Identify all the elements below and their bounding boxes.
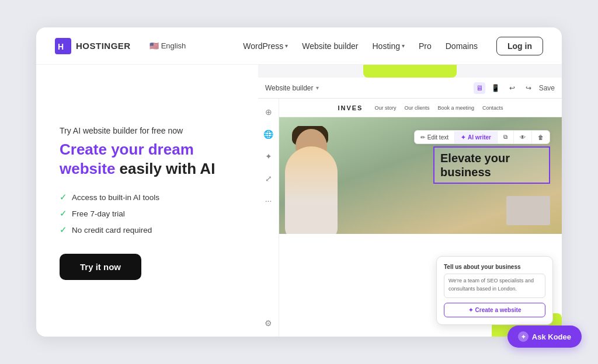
feature-3: ✓ No credit card required <box>60 225 235 235</box>
sidebar-dots-icon[interactable]: ··· <box>262 194 275 207</box>
selected-text-block[interactable]: Elevate your business <box>433 146 550 184</box>
check-icon-3: ✓ <box>60 225 67 235</box>
save-label[interactable]: Save <box>539 84 555 92</box>
flag-icon: 🇺🇸 <box>150 41 159 50</box>
logo-text: HOSTINGER <box>76 41 131 51</box>
builder-toolbar: Website builder ▾ 🖥 📱 ↩ ↪ Save <box>258 78 562 99</box>
sidebar-globe-icon[interactable]: 🌐 <box>262 128 275 141</box>
create-website-btn[interactable]: ✦ Create a website <box>444 303 545 317</box>
ai-writer-icon: ✦ <box>461 134 465 141</box>
tagline: Try AI website builder for free now <box>60 126 235 135</box>
person-body <box>285 146 338 234</box>
preview-hero: ✏ Edit text ✦ AI writer ⧉ 👁 🗑 Eleva <box>279 117 562 234</box>
body-area: Try AI website builder for free now Crea… <box>36 65 562 337</box>
check-icon-2: ✓ <box>60 208 67 219</box>
ai-writer-label: AI writer <box>468 134 491 141</box>
feature-2: ✓ Free 7-day trial <box>60 208 235 219</box>
builder-label-text: Website builder <box>265 84 314 92</box>
builder-toolbar-label: Website builder ▾ <box>265 84 319 92</box>
nav-hosting[interactable]: Hosting ▾ <box>372 41 404 51</box>
feature-1: ✓ Access to built-in AI tools <box>60 192 235 202</box>
language-label: English <box>161 41 186 50</box>
hostinger-logo-icon: H <box>55 38 71 54</box>
preview-nav-links: Our story Our clients Book a meeting Con… <box>374 105 503 111</box>
ai-dialog: Tell us about your business We're a team… <box>436 256 553 325</box>
create-website-label: Create a website <box>475 307 521 313</box>
login-button[interactable]: Log in <box>496 37 543 55</box>
edit-text-icon: ✏ <box>420 134 425 141</box>
feature-2-text: Free 7-day trial <box>72 209 125 218</box>
edit-text-btn[interactable]: ✏ Edit text <box>415 131 455 144</box>
hero-headline-text: Elevate your business <box>440 151 543 179</box>
logo-area: H HOSTINGER <box>55 38 131 54</box>
laptop <box>506 196 550 225</box>
builder-sidebar: ⊕ 🌐 ✦ ⤢ ··· ⚙ <box>258 99 279 337</box>
preview-link-4: Contacts <box>482 105 503 111</box>
hero-person <box>279 126 361 234</box>
try-it-now-button[interactable]: Try it now <box>60 254 141 280</box>
ai-dialog-title: Tell us about your business <box>444 264 545 270</box>
language-selector[interactable]: 🇺🇸 English <box>150 41 186 50</box>
nav-pro[interactable]: Pro <box>419 41 432 51</box>
check-icon-1: ✓ <box>60 192 67 202</box>
sidebar-ai-icon[interactable]: ✦ <box>262 150 275 163</box>
eye-btn[interactable]: 👁 <box>514 131 532 144</box>
kodee-icon: ✦ <box>518 331 529 342</box>
feature-1-text: Access to built-in AI tools <box>72 193 159 202</box>
sidebar-resize-icon[interactable]: ⤢ <box>262 172 275 185</box>
feature-3-text: No credit card required <box>72 226 152 235</box>
toolbar-icons: 🖥 📱 ↩ ↪ Save <box>474 82 555 94</box>
builder-dropdown-icon: ▾ <box>316 85 319 91</box>
headline-suffix: easily with AI <box>115 160 215 177</box>
nav-domains[interactable]: Domains <box>446 41 478 51</box>
redo-icon[interactable]: ↪ <box>523 82 534 94</box>
navbar: H HOSTINGER 🇺🇸 English WordPress ▾ Websi… <box>36 27 562 65</box>
preview-link-2: Our clients <box>404 105 429 111</box>
ai-dialog-textarea[interactable]: We're a team of SEO specialists and cons… <box>444 274 545 298</box>
nav-wordpress[interactable]: WordPress ▾ <box>243 41 288 51</box>
sidebar-bottom-icon[interactable]: ⚙ <box>262 317 275 330</box>
preview-link-1: Our story <box>374 105 396 111</box>
right-panel: Website builder ▾ 🖥 📱 ↩ ↪ Save ⊕ 🌐 ✦ ⤢ ·… <box>258 65 562 337</box>
tablet-icon[interactable]: 📱 <box>490 82 502 94</box>
hosting-chevron: ▾ <box>402 43 405 49</box>
ask-kodee-button[interactable]: ✦ Ask Kodee <box>507 326 582 348</box>
nav-links: WordPress ▾ Website builder Hosting ▾ Pr… <box>243 37 543 55</box>
desktop-icon[interactable]: 🖥 <box>474 82 485 94</box>
preview-nav: INVES Our story Our clients Book a meeti… <box>279 99 562 117</box>
preview-logo: INVES <box>338 104 363 111</box>
undo-icon[interactable]: ↩ <box>506 82 518 94</box>
sidebar-navigate-icon[interactable]: ⊕ <box>262 106 275 118</box>
edit-toolbar: ✏ Edit text ✦ AI writer ⧉ 👁 🗑 <box>414 130 550 144</box>
svg-text:H: H <box>58 42 64 51</box>
delete-btn[interactable]: 🗑 <box>532 131 550 144</box>
website-preview: INVES Our story Our clients Book a meeti… <box>279 99 562 337</box>
preview-link-3: Book a meeting <box>437 105 474 111</box>
create-website-icon: ✦ <box>468 307 473 313</box>
wordpress-chevron: ▾ <box>285 43 288 49</box>
headline: Create your dream website easily with AI <box>60 140 235 178</box>
lime-top-accent <box>363 65 457 78</box>
copy-btn[interactable]: ⧉ <box>498 131 514 144</box>
ai-writer-btn[interactable]: ✦ AI writer <box>455 131 498 144</box>
left-panel: Try AI website builder for free now Crea… <box>36 65 258 337</box>
ask-kodee-label: Ask Kodee <box>532 332 571 341</box>
features-list: ✓ Access to built-in AI tools ✓ Free 7-d… <box>60 192 235 235</box>
main-card: H HOSTINGER 🇺🇸 English WordPress ▾ Websi… <box>36 27 562 337</box>
edit-text-label: Edit text <box>427 134 448 141</box>
nav-website-builder[interactable]: Website builder <box>302 41 358 51</box>
